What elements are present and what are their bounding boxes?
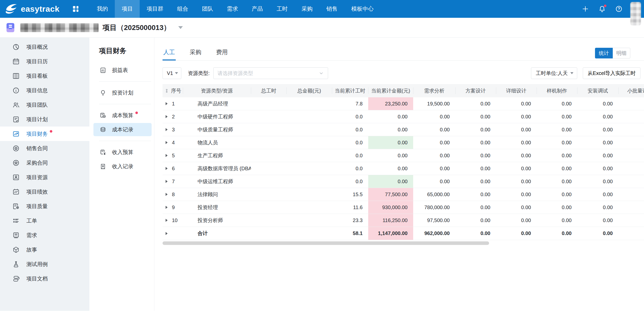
tab-费用[interactable]: 费用 [215, 48, 229, 60]
nav-item-产品[interactable]: 产品 [245, 0, 270, 18]
nav-item-销售[interactable]: 销售 [319, 0, 344, 18]
value-cell: 0.00 [577, 110, 618, 123]
star-badge-icon [12, 145, 20, 152]
sidebar-item-项目日历[interactable]: 项目日历 [0, 54, 89, 69]
expand-icon[interactable] [166, 128, 168, 131]
submenu-item-收入记录[interactable]: 收入记录 [93, 160, 152, 173]
value-cell: 0.00 [496, 149, 537, 162]
sidebar-item-label: 故事 [26, 246, 37, 253]
avatar[interactable] [630, 2, 641, 25]
version-select[interactable]: V1 [163, 67, 181, 79]
nav-item-需求[interactable]: 需求 [220, 0, 245, 18]
value-cell: 0.0 [332, 123, 368, 136]
value-cell: 0.00 [577, 201, 618, 214]
submenu-item-收入预算[interactable]: 收入预算 [93, 146, 152, 159]
row-index: 7 [172, 179, 175, 184]
resource-type-placeholder: 请选择资源类型 [218, 70, 253, 77]
nav-item-项目群[interactable]: 项目群 [140, 0, 170, 18]
sidebar-item-项目看板[interactable]: 项目看板 [0, 69, 89, 83]
sidebar-item-项目质量[interactable]: 项目质量 [0, 199, 89, 213]
value-cell [286, 162, 332, 175]
value-cell [618, 136, 644, 149]
plus-icon[interactable] [582, 5, 589, 13]
nav-item-组合[interactable]: 组合 [170, 0, 195, 18]
sidebar-item-项目团队[interactable]: 项目团队 [0, 98, 89, 112]
expand-icon[interactable] [166, 193, 168, 196]
project-title[interactable]: 项目（2025000013） [103, 23, 171, 33]
nav-item-模板中心[interactable]: 模板中心 [344, 0, 380, 18]
expand-icon[interactable] [166, 167, 168, 170]
info-icon [12, 87, 20, 94]
submenu-item-成本记录[interactable]: 成本记录 [93, 123, 152, 136]
value-cell [251, 227, 286, 240]
sidebar-item-项目财务[interactable]: 项目财务 [0, 127, 89, 141]
cost-record-icon [100, 126, 106, 133]
resource-name-cell: 合计 [183, 227, 251, 240]
toggle-统计[interactable]: 统计 [595, 48, 613, 58]
hour-unit-select[interactable]: 工时单位:人天 [531, 67, 577, 79]
toggle-明细[interactable]: 明细 [613, 48, 630, 58]
row-index-cell: 7 [163, 175, 183, 188]
expand-icon[interactable] [166, 141, 168, 144]
sidebar-item-label: 测试用例 [26, 261, 48, 268]
sidebar-item-项目计划[interactable]: 项目计划 [0, 112, 89, 127]
nav-item-团队[interactable]: 团队 [195, 0, 220, 18]
resource-type-select[interactable]: 请选择资源类型 [213, 67, 328, 79]
sidebar-item-项目文档[interactable]: 项目文档 [0, 271, 89, 286]
nav-item-采购[interactable]: 采购 [295, 0, 319, 18]
submenu-item-label: 收入预算 [112, 149, 133, 156]
sidebar-item-项目概况[interactable]: 项目概况 [0, 40, 89, 54]
nav-item-我的[interactable]: 我的 [90, 0, 115, 18]
quality-icon [12, 203, 20, 210]
table-row: 10投资分析师23.3116,250.0097,500.000.000.000.… [163, 214, 644, 227]
submenu-item-成本预算[interactable]: 成本预算 [93, 109, 152, 122]
docs-icon [12, 275, 20, 283]
sidebar-item-需求[interactable]: 需求 [0, 228, 89, 242]
sidebar-item-工单[interactable]: 工单 [0, 213, 89, 228]
value-cell: 0.00 [537, 149, 577, 162]
notification-dot [604, 5, 606, 7]
value-cell [618, 149, 644, 162]
value-cell: 0.00 [496, 201, 537, 214]
sidebar-item-销售合同[interactable]: 销售合同 [0, 141, 89, 156]
value-cell: 0.0 [332, 136, 368, 149]
nav-item-工时[interactable]: 工时 [270, 0, 295, 18]
sidebar-item-项目信息[interactable]: 项目信息 [0, 83, 89, 98]
brand[interactable]: easytrack [0, 3, 66, 15]
apps-grid-icon[interactable] [72, 5, 80, 13]
nav-item-项目[interactable]: 项目 [115, 0, 140, 18]
sidebar-item-故事[interactable]: 故事 [0, 242, 89, 257]
expand-icon[interactable] [166, 206, 168, 209]
value-cell: 0.00 [455, 175, 496, 188]
expand-icon[interactable] [166, 219, 168, 222]
import-excel-button[interactable]: 从Excel导入实际工时 [583, 67, 640, 79]
expand-icon[interactable] [166, 115, 168, 118]
sidebar-item-label: 工单 [26, 217, 37, 224]
submenu-item-投资计划[interactable]: 投资计划 [93, 86, 152, 99]
chevron-down-icon[interactable] [178, 26, 183, 29]
performance-icon [12, 188, 20, 196]
tab-人工[interactable]: 人工 [163, 48, 176, 60]
horizontal-scrollbar-thumb[interactable] [163, 241, 489, 245]
column-header-7: 需求分析 [413, 84, 455, 97]
nav-items: 我的项目项目群组合团队需求产品工时采购销售模板中心 [90, 0, 380, 18]
expand-icon[interactable] [166, 232, 168, 235]
sidebar-item-测试用例[interactable]: 测试用例 [0, 257, 89, 271]
project-bar: 项目（2025000013） [0, 18, 644, 38]
caret-down-icon [570, 72, 573, 74]
expand-icon[interactable] [166, 180, 168, 183]
value-cell: 0.00 [368, 123, 413, 136]
sidebar-item-采购合同[interactable]: 采购合同 [0, 156, 89, 170]
help-icon[interactable] [615, 5, 623, 13]
bell-icon[interactable] [598, 5, 606, 13]
submenu-item-损益表[interactable]: 损益表 [93, 64, 152, 77]
sidebar-item-项目绩效[interactable]: 项目绩效 [0, 184, 89, 199]
sidebar-item-项目资源[interactable]: 项目资源 [0, 170, 89, 184]
expand-icon[interactable] [166, 102, 168, 105]
value-cell: 0.00 [537, 227, 577, 240]
submenu-item-label: 收入记录 [112, 163, 133, 170]
expand-icon[interactable] [166, 154, 168, 157]
tab-采购[interactable]: 采购 [189, 48, 202, 60]
table-row: 2中级硬件工程师0.00.000.000.000.000.000.00 [163, 110, 644, 123]
resource-name-cell: 法律顾问 [183, 188, 251, 201]
